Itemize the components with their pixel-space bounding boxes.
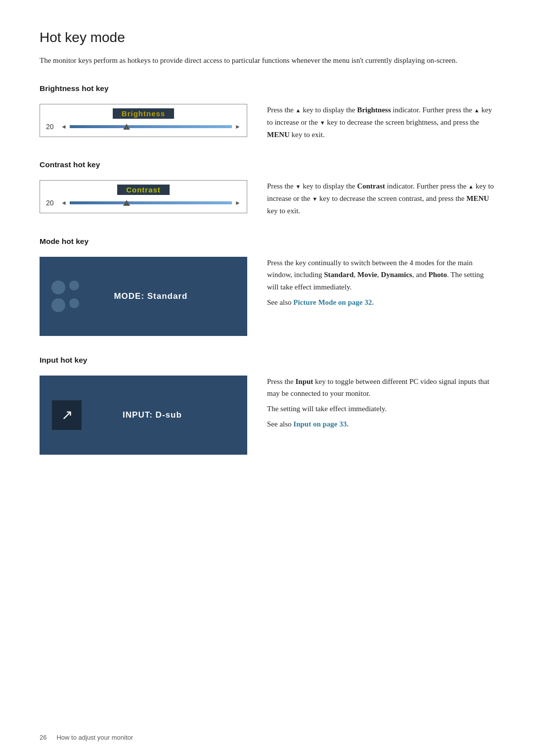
mode-content: MODE: Standard Press the key continually…: [40, 257, 494, 336]
input-section: Input hot key INPUT: D-sub Press the Inp…: [40, 356, 494, 455]
mode-description: Press the key continually to switch betw…: [267, 257, 494, 309]
mode-movie-bold: Movie: [357, 271, 377, 279]
input-see-also: See also Input on page 33.: [267, 418, 494, 430]
input-display-text: INPUT: D-sub: [123, 410, 182, 420]
mode-circle-3: [51, 298, 65, 312]
contrast-down-arrow-icon: [296, 182, 301, 190]
input-content: INPUT: D-sub Press the Input key to togg…: [40, 376, 494, 455]
mode-desc-text: Press the key continually to switch betw…: [267, 257, 494, 293]
contrast-diagram: Contrast 20 ◄ ►: [40, 180, 247, 213]
input-arrow-icon: [52, 400, 82, 430]
input-description: Press the Input key to toggle between di…: [267, 376, 494, 430]
brightness-up-arrow-icon2: [474, 106, 480, 114]
contrast-track: [70, 201, 232, 204]
mode-standard-bold: Standard: [324, 271, 354, 279]
contrast-slider-title-bar: Contrast: [46, 185, 241, 195]
contrast-slider-row: 20 ◄ ►: [46, 198, 241, 208]
mode-link[interactable]: Picture Mode on page 32.: [293, 298, 374, 306]
contrast-desc-text: Press the key to display the Contrast in…: [267, 180, 494, 217]
brightness-value: 20: [46, 123, 58, 131]
contrast-bold: Contrast: [357, 182, 385, 190]
contrast-right-arrow: ►: [235, 199, 241, 207]
brightness-title: Brightness hot key: [40, 84, 494, 93]
page-title: Hot key mode: [40, 30, 494, 46]
input-bold: Input: [296, 378, 313, 385]
brightness-right-arrow: ►: [235, 123, 241, 131]
mode-display-text: MODE: Standard: [114, 291, 187, 301]
brightness-content: Brightness 20 ◄ ► Press the key to displ…: [40, 104, 494, 141]
brightness-slider-ui: Brightness 20 ◄ ►: [40, 104, 247, 137]
mode-diagram: MODE: Standard: [40, 257, 247, 336]
brightness-down-arrow-icon: [320, 118, 325, 126]
input-desc-text2: The setting will take effect immediately…: [267, 403, 494, 415]
brightness-bold: Brightness: [357, 106, 391, 114]
contrast-description: Press the key to display the Contrast in…: [267, 180, 494, 217]
brightness-section: Brightness hot key Brightness 20 ◄ ►: [40, 84, 494, 141]
input-icon-area: [40, 376, 94, 455]
input-ui: INPUT: D-sub: [40, 376, 247, 455]
mode-circle-row-bottom: [51, 298, 79, 312]
contrast-up-arrow-icon: [468, 182, 474, 190]
input-link[interactable]: Input on page 33.: [293, 420, 349, 428]
brightness-left-arrow: ◄: [61, 123, 67, 131]
contrast-menu-bold: MENU: [466, 194, 489, 202]
brightness-slider-label: Brightness: [113, 108, 174, 119]
mode-title: Mode hot key: [40, 237, 494, 246]
brightness-track-container: [70, 122, 232, 132]
footer-page-number: 26: [40, 734, 46, 741]
brightness-diagram: Brightness 20 ◄ ►: [40, 104, 247, 137]
brightness-description: Press the key to display the Brightness …: [267, 104, 494, 141]
mode-circle-row-top: [51, 281, 79, 294]
intro-paragraph: The monitor keys perform as hotkeys to p…: [40, 54, 494, 66]
input-desc-text: Press the Input key to toggle between di…: [267, 376, 494, 400]
brightness-menu-bold: MENU: [267, 131, 290, 139]
page-footer: 26 How to adjust your monitor: [40, 734, 133, 741]
mode-section: Mode hot key MODE: Standard Pr: [40, 237, 494, 336]
contrast-track-container: [70, 198, 232, 208]
mode-circle-4: [69, 298, 79, 308]
contrast-section: Contrast hot key Contrast 20 ◄ ►: [40, 160, 494, 217]
contrast-value: 20: [46, 199, 58, 207]
mode-circle-1: [51, 281, 65, 294]
brightness-slider-row: 20 ◄ ►: [46, 122, 241, 132]
brightness-desc-text: Press the key to display the Brightness …: [267, 104, 494, 141]
brightness-up-arrow-icon: [296, 106, 301, 114]
mode-circle-2: [69, 281, 79, 290]
contrast-down-arrow-icon2: [312, 194, 317, 202]
contrast-left-arrow: ◄: [61, 199, 67, 207]
contrast-content: Contrast 20 ◄ ► Press the key to display…: [40, 180, 494, 217]
brightness-thumb: [123, 124, 130, 130]
input-diagram: INPUT: D-sub: [40, 376, 247, 455]
mode-photo-bold: Photo: [429, 271, 447, 279]
footer-section-label: How to adjust your monitor: [56, 734, 133, 741]
mode-see-also: See also Picture Mode on page 32.: [267, 296, 494, 309]
mode-circles: [40, 271, 91, 322]
input-title: Input hot key: [40, 356, 494, 365]
contrast-slider-ui: Contrast 20 ◄ ►: [40, 180, 247, 213]
contrast-slider-label: Contrast: [117, 185, 170, 195]
contrast-thumb: [123, 200, 130, 206]
brightness-slider-title-bar: Brightness: [46, 108, 241, 119]
contrast-title: Contrast hot key: [40, 160, 494, 169]
brightness-track: [70, 125, 232, 128]
mode-dynamics-bold: Dynamics: [381, 271, 412, 279]
mode-ui: MODE: Standard: [40, 257, 247, 336]
